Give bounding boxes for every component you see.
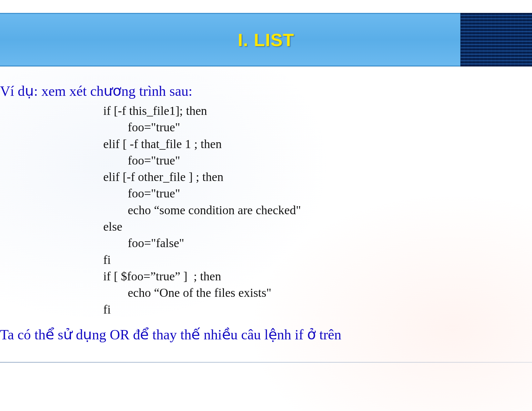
bottom-divider	[0, 362, 532, 363]
slide-content: Ví dụ: xem xét chương trình sau: if [-f …	[0, 66, 532, 343]
code-block: if [-f this_file1]; then foo="true" elif…	[103, 103, 532, 318]
title-bar: I. LIST	[0, 13, 532, 66]
lead-text: Ví dụ: xem xét chương trình sau:	[0, 83, 532, 99]
summary-text: Ta có thể sử dụng OR để thay thế nhiều c…	[0, 326, 532, 343]
slide-title: I. LIST	[238, 29, 294, 50]
